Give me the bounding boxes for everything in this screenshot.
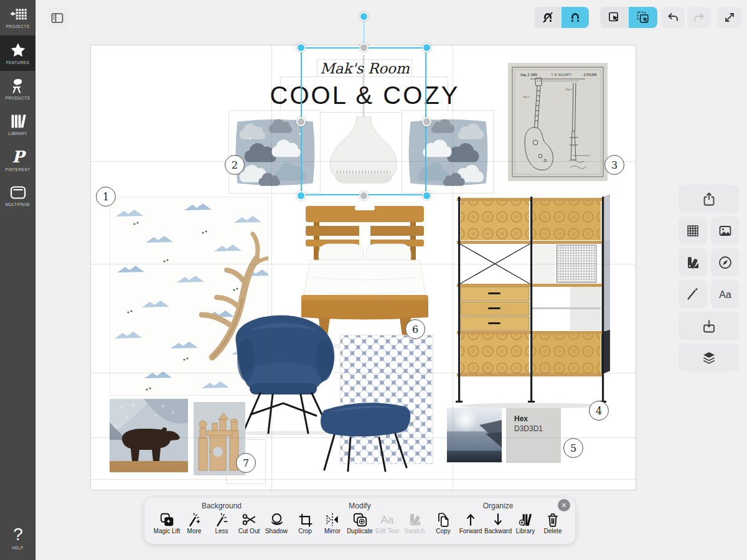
more-tool[interactable]: More bbox=[181, 511, 208, 534]
compass-icon bbox=[717, 254, 733, 271]
svg-text:Fig.1: Fig.1 bbox=[523, 95, 530, 98]
trash-icon bbox=[545, 511, 561, 528]
layers-icon bbox=[701, 350, 717, 366]
marker-2[interactable]: 2 bbox=[225, 155, 245, 175]
shadow-tool[interactable]: Shadow bbox=[263, 511, 290, 534]
svg-text:P: P bbox=[12, 147, 26, 166]
crop-icon bbox=[297, 511, 313, 528]
magnet-icon bbox=[568, 10, 583, 25]
selection-handle-middle-left[interactable] bbox=[296, 117, 306, 126]
selection-handle-bottom-left[interactable] bbox=[296, 191, 306, 200]
add-image-button[interactable] bbox=[711, 217, 740, 245]
cursor-select-icon bbox=[607, 10, 622, 25]
expand-icon bbox=[722, 10, 737, 25]
swatches-button[interactable] bbox=[679, 248, 707, 276]
copy-tool[interactable]: Copy bbox=[430, 511, 457, 534]
magic-lift-icon bbox=[159, 511, 175, 528]
library-tool[interactable]: Library bbox=[512, 511, 539, 534]
marker-1[interactable]: 1 bbox=[96, 187, 116, 207]
swatch-label: Hex bbox=[514, 414, 561, 423]
share-button[interactable] bbox=[679, 185, 740, 213]
forward-tool[interactable]: Forward bbox=[457, 511, 484, 534]
marker-6[interactable]: 6 bbox=[405, 319, 425, 339]
duplicate-icon bbox=[352, 511, 368, 528]
multi-select-button[interactable] bbox=[629, 7, 657, 28]
browser-button[interactable] bbox=[711, 248, 740, 276]
sidebar-item-featured[interactable]: FEATURED bbox=[0, 35, 35, 71]
sidebar-label: PROJECTS bbox=[6, 24, 30, 29]
svg-text:Fig.2: Fig.2 bbox=[565, 88, 572, 91]
edit-text-tool[interactable]: Aa Edit Text bbox=[374, 511, 401, 534]
blue-ottoman-image[interactable] bbox=[313, 394, 416, 475]
snap-toggle-group bbox=[534, 7, 589, 28]
fullscreen-button[interactable] bbox=[717, 7, 742, 28]
delete-tool[interactable]: Delete bbox=[539, 511, 566, 534]
guitar-patent-image[interactable]: Aug. 2, 1955 T. M. McCARTY 2,714,326 bbox=[508, 63, 608, 181]
grid-guide-horizontal bbox=[91, 479, 636, 480]
redo-icon bbox=[692, 10, 707, 25]
selection-handle-bottom-center[interactable] bbox=[359, 191, 369, 200]
selection-handle-middle-right[interactable] bbox=[422, 117, 431, 126]
wand-plus-icon bbox=[186, 511, 202, 528]
draw-button[interactable] bbox=[679, 280, 707, 308]
wand-minus-icon bbox=[214, 511, 230, 528]
cut-out-tool[interactable]: Cut Out bbox=[235, 511, 263, 534]
redo-button[interactable] bbox=[687, 7, 711, 28]
sidebar-toggle-button[interactable] bbox=[47, 7, 68, 29]
star-icon bbox=[9, 42, 27, 59]
sidebar-item-pinterest[interactable]: P PINTEREST bbox=[0, 142, 35, 177]
grid-layout-button[interactable] bbox=[679, 217, 707, 245]
magic-lift-tool[interactable]: Magic Lift bbox=[153, 511, 181, 534]
marker-3[interactable]: 3 bbox=[604, 155, 624, 175]
selection-handle-bottom-right[interactable] bbox=[422, 191, 431, 200]
duplicate-tool[interactable]: Duplicate bbox=[346, 511, 374, 534]
pen-icon bbox=[685, 286, 701, 302]
sidebar-label: PRODUCTS bbox=[6, 96, 31, 100]
less-tool[interactable]: Less bbox=[208, 511, 235, 534]
sidebar-item-multipage[interactable]: MULTIPAGE bbox=[0, 177, 35, 213]
marker-7[interactable]: 7 bbox=[236, 453, 256, 473]
sidebar-item-projects[interactable]: PROJECTS bbox=[0, 0, 35, 35]
arrow-down-icon bbox=[490, 511, 506, 528]
undo-button[interactable] bbox=[661, 7, 685, 28]
board-canvas[interactable]: Mak's Room COOL & COZY bbox=[90, 45, 636, 490]
sidebar-item-products[interactable]: PRODUCTS bbox=[0, 71, 35, 106]
rotate-handle[interactable] bbox=[359, 12, 369, 21]
sidebar-item-library[interactable]: LIBRARY bbox=[0, 106, 35, 142]
grid-guide-horizontal bbox=[91, 437, 636, 438]
add-text-button[interactable]: Aa bbox=[711, 280, 740, 308]
crop-tool[interactable]: Crop bbox=[291, 511, 319, 534]
hex-color-swatch[interactable]: Hex D3D3D1 bbox=[506, 408, 561, 463]
section-title: Organize bbox=[483, 502, 514, 510]
swatch-tool[interactable]: Swatch bbox=[401, 511, 428, 534]
mirror-icon bbox=[324, 511, 341, 528]
sidebar-label: FEATURED bbox=[6, 60, 30, 65]
mirror-tool[interactable]: Mirror bbox=[319, 511, 346, 534]
backward-tool[interactable]: Backward bbox=[484, 511, 512, 534]
magnet-off-button[interactable] bbox=[534, 7, 561, 28]
magnet-on-button[interactable] bbox=[561, 7, 589, 28]
swatches-icon bbox=[685, 254, 701, 271]
grid-guide-horizontal bbox=[91, 373, 636, 373]
import-button[interactable] bbox=[679, 312, 740, 340]
context-toolbar: ✕ Background Magic Lift bbox=[144, 498, 575, 544]
close-toolbar-button[interactable]: ✕ bbox=[558, 499, 570, 511]
marker-5[interactable]: 5 bbox=[563, 438, 583, 458]
single-select-button[interactable] bbox=[600, 7, 629, 28]
help-icon: ? bbox=[9, 525, 27, 544]
seascape-photo[interactable] bbox=[447, 408, 502, 462]
patent-inventor: T. M. McCARTY bbox=[552, 73, 572, 77]
marquee-select-icon bbox=[636, 10, 651, 25]
toolbar-section-background: Background Magic Lift bbox=[153, 502, 290, 544]
toolbar-section-modify: Modify Crop Mirror bbox=[291, 502, 428, 544]
layers-button[interactable] bbox=[679, 343, 740, 371]
selection-box[interactable] bbox=[301, 47, 426, 195]
storage-unit-image[interactable] bbox=[452, 192, 613, 409]
selection-handle-top-center[interactable] bbox=[359, 43, 369, 52]
import-icon bbox=[701, 318, 717, 334]
bear-figurine-image[interactable] bbox=[110, 399, 188, 472]
selection-handle-top-right[interactable] bbox=[422, 43, 431, 52]
selection-handle-top-left[interactable] bbox=[296, 43, 306, 52]
sidebar-item-help[interactable]: ? HELP bbox=[0, 520, 35, 555]
marker-4[interactable]: 4 bbox=[589, 401, 609, 421]
